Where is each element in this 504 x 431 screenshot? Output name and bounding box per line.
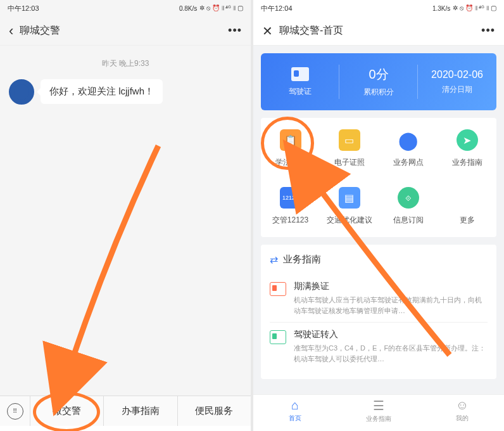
tab-bar: ⌂ 首页 ☰ 业务指南 ☺ 我的 (253, 394, 504, 426)
grid-wangdian[interactable]: ⬤ 业务网点 (379, 129, 438, 168)
ecard-icon: ▭ (339, 129, 360, 151)
keyboard-toggle[interactable]: ⠿ (0, 396, 30, 426)
bottom-menu: ⠿ 微交警 办事指南 便民服务 (0, 396, 251, 426)
tab-mine[interactable]: ☺ 我的 (420, 395, 504, 426)
guide-section-header: ⇄ 业务指南 (270, 254, 488, 266)
guide-item-icon (270, 282, 286, 296)
menu-item-weijiaojing[interactable]: 微交警 (30, 396, 104, 426)
status-icons: 0.8K/s ✲ ⦸ ⏰ ⫴ ⁴ᴳ ⫴ ▢ (179, 4, 243, 12)
guide-header-icon: ⇄ (270, 254, 278, 266)
status-bar: 中午12:03 0.8K/s ✲ ⦸ ⏰ ⫴ ⁴ᴳ ⫴ ▢ (0, 0, 251, 16)
card-date: 2020-02-06 清分日期 (418, 53, 496, 110)
home-icon: ⌂ (291, 398, 299, 413)
menu-item-banshi[interactable]: 办事指南 (104, 396, 177, 426)
status-time: 中午12:04 (261, 4, 293, 13)
grid-xuefa[interactable]: 📋 学法积分 (261, 129, 320, 168)
grid-dingyue[interactable]: ⟐ 信息订阅 (379, 187, 438, 226)
home-screen: 中午12:04 1.3K/s ✲ ⦸ ⏰ ⫴ ⁴ᴳ ⫴ ▢ ✕ 聊城交警-首页 … (253, 0, 504, 431)
message-row: 你好，欢迎关注 lcjjfwh！ (9, 79, 242, 105)
chat-header: ‹ 聊城交警 ••• (0, 16, 251, 46)
chat-screen: 中午12:03 0.8K/s ✲ ⦸ ⏰ ⫴ ⁴ᴳ ⫴ ▢ ‹ 聊城交警 •••… (0, 0, 251, 431)
tab-guide[interactable]: ☰ 业务指南 (337, 395, 420, 426)
keyboard-icon: ⠿ (7, 403, 23, 420)
feature-grid: 📋 学法积分 ▭ 电子证照 ⬤ 业务网点 ➤ 业务指南 12123 交管1212… (261, 118, 496, 237)
message-bubble: 你好，欢迎关注 lcjjfwh！ (41, 79, 163, 104)
guide-tab-icon: ☰ (373, 398, 384, 413)
compass-icon: ➤ (457, 129, 478, 151)
guide-item-icon (270, 330, 286, 344)
more-icon[interactable]: ••• (481, 24, 495, 37)
grid-jianyi[interactable]: ▤ 交通优化建议 (320, 187, 379, 226)
study-icon: 📋 (280, 129, 301, 151)
menu-item-bianmin[interactable]: 便民服务 (178, 396, 251, 426)
home-header: ✕ 聊城交警-首页 ••• (253, 16, 504, 46)
card-score: 0分 累积积分 (339, 53, 418, 110)
guide-item-zhuanru[interactable]: 驾驶证转入 准驾车型为C3，C4，D，E，F的在各区县车管分所办理。注：机动车驾… (270, 323, 488, 370)
content-area: 驾驶证 0分 累积积分 2020-02-06 清分日期 📋 学法积分 ▭ 电子证… (253, 46, 504, 387)
nav-bar (253, 426, 504, 431)
grid-more[interactable]: 更多 (438, 187, 496, 226)
page-title: 聊城交警 (20, 24, 228, 37)
license-icon (291, 67, 309, 81)
chat-area: 昨天 晚上9:33 你好，欢迎关注 lcjjfwh！ (0, 46, 251, 401)
suggest-icon: ▤ (339, 187, 360, 209)
close-icon[interactable]: ✕ (262, 23, 273, 39)
grid-dianzi[interactable]: ▭ 电子证照 (320, 129, 379, 168)
app-icon: 12123 (280, 187, 301, 209)
rss-icon: ⟐ (398, 187, 419, 209)
card-license: 驾驶证 (261, 53, 339, 110)
status-time: 中午12:03 (8, 4, 39, 13)
page-title: 聊城交警-首页 (279, 24, 481, 37)
grid-zhinan[interactable]: ➤ 业务指南 (438, 129, 496, 168)
chat-timestamp: 昨天 晚上9:33 (9, 58, 242, 69)
status-bar: 中午12:04 1.3K/s ✲ ⦸ ⏰ ⫴ ⁴ᴳ ⫴ ▢ (253, 0, 504, 16)
status-icons: 1.3K/s ✲ ⦸ ⏰ ⫴ ⁴ᴳ ⫴ ▢ (432, 4, 496, 12)
more-grid-icon (457, 187, 478, 209)
location-icon: ⬤ (398, 129, 419, 151)
license-card[interactable]: 驾驶证 0分 累积积分 2020-02-06 清分日期 (261, 53, 496, 110)
more-icon[interactable]: ••• (228, 24, 242, 37)
nav-bar (0, 426, 251, 431)
grid-12123[interactable]: 12123 交管12123 (261, 187, 320, 226)
tab-home[interactable]: ⌂ 首页 (253, 395, 337, 426)
back-icon[interactable]: ‹ (9, 23, 13, 39)
guide-section: ⇄ 业务指南 期满换证 机动车驾驶人应当于机动车驾驶证有效期满前九十日内，向机动… (261, 245, 496, 379)
guide-item-qiman[interactable]: 期满换证 机动车驾驶人应当于机动车驾驶证有效期满前九十日内，向机动车驾驶证核发地… (270, 274, 488, 323)
person-icon: ☺ (456, 398, 469, 413)
avatar[interactable] (9, 79, 34, 105)
